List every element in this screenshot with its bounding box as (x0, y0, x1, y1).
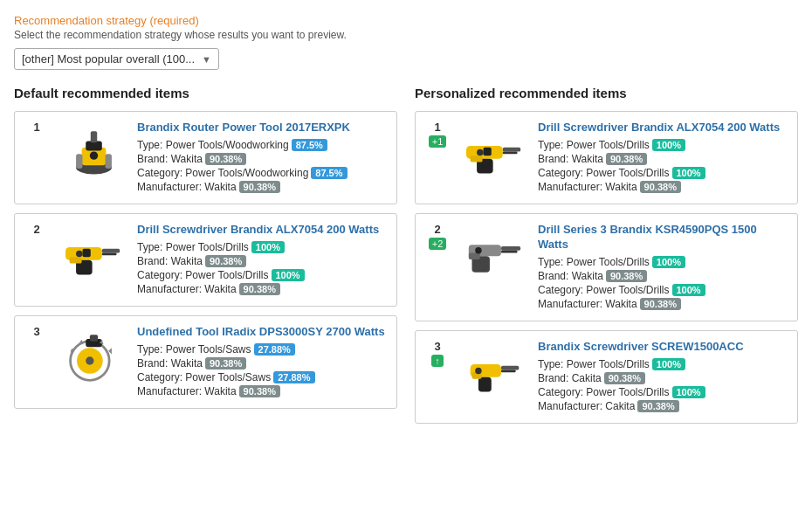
item-image (459, 121, 529, 182)
item-attribute: Category: Power Tools/Drills100% (538, 284, 788, 296)
strategy-section: Recommendation strategy (required) Selec… (14, 14, 798, 70)
default-section: Default recommended items 1 Brandix Rout… (14, 86, 397, 432)
attribute-badge: 100% (672, 386, 705, 398)
item-attribute: Category: Power Tools/Saws27.88% (137, 371, 388, 383)
attribute-badge: 27.88% (254, 343, 295, 356)
item-rank-badge: 2+2 (424, 223, 451, 250)
item-card: 2 Drill Screwdriver Brandix ALX7054 200 … (14, 213, 397, 307)
svg-point-16 (86, 357, 93, 365)
item-attribute: Brand: Cakita90.38% (538, 372, 788, 384)
item-rank-badge: 1+1 (424, 121, 451, 148)
attribute-badge: 87.5% (311, 167, 347, 179)
attribute-badge: 90.38% (239, 385, 280, 397)
item-rank-badge: 1 (24, 121, 50, 134)
dropdown-value: [other] Most popular overall (100... (22, 52, 195, 66)
svg-rect-37 (500, 366, 518, 370)
rank-change-badge: +1 (429, 135, 447, 148)
item-info: Drill Screwdriver Brandix ALX7054 200 Wa… (538, 121, 788, 195)
item-attribute: Brand: Wakita90.38% (538, 153, 788, 165)
item-attribute: Category: Power Tools/Woodworking87.5% (137, 167, 388, 179)
item-attribute: Manufacturer: Cakita90.38% (538, 400, 788, 412)
attribute-badge: 100% (251, 241, 285, 253)
item-card: 1 Brandix Router Power Tool 2017ERXPKTyp… (14, 111, 397, 204)
svg-rect-34 (468, 253, 479, 259)
item-name[interactable]: Drill Series 3 Brandix KSR4590PQS 1500 W… (538, 223, 788, 252)
attribute-badge: 100% (672, 284, 705, 296)
svg-rect-25 (502, 151, 517, 154)
item-attribute: Category: Power Tools/Drills100% (538, 386, 788, 398)
item-card: 2+2 Drill Series 3 Brandix KSR4590PQS 15… (415, 213, 798, 321)
svg-rect-11 (69, 258, 81, 264)
item-attribute: Manufacturer: Wakita90.38% (137, 181, 388, 193)
attribute-badge: 90.38% (239, 181, 280, 193)
item-attribute: Type: Power Tools/Drills100% (538, 139, 788, 151)
item-attribute: Type: Power Tools/Drills100% (137, 241, 388, 253)
rank-number: 1 (33, 121, 39, 134)
personalized-section-title: Personalized recommended items (415, 86, 798, 100)
item-name[interactable]: Brandix Router Power Tool 2017ERXPK (137, 121, 388, 135)
item-name[interactable]: Drill Screwdriver Brandix ALX7054 200 Wa… (137, 223, 388, 238)
svg-rect-13 (82, 249, 90, 257)
item-image (58, 325, 128, 386)
svg-rect-18 (89, 335, 97, 342)
attribute-badge: 90.38% (205, 255, 246, 267)
item-card: 3 Undefined Tool IRadix DPS3000SY 2700 W… (14, 315, 397, 409)
item-name[interactable]: Undefined Tool IRadix DPS3000SY 2700 Wat… (137, 325, 388, 340)
default-section-title: Default recommended items (14, 86, 397, 100)
attribute-badge: 90.38% (606, 270, 647, 282)
attribute-badge: 90.38% (205, 357, 246, 370)
item-name[interactable]: Drill Screwdriver Brandix ALX7054 200 Wa… (538, 121, 788, 135)
svg-point-4 (89, 151, 97, 159)
rank-number: 3 (434, 340, 440, 353)
rank-number: 3 (33, 325, 39, 338)
personalized-section: Personalized recommended items 1+1 Drill… (415, 86, 798, 432)
item-image (58, 223, 128, 284)
item-card: 1+1 Drill Screwdriver Brandix ALX7054 20… (415, 111, 798, 204)
item-name[interactable]: Brandix Screwdriver SCREW1500ACC (538, 340, 788, 355)
svg-rect-3 (90, 131, 96, 142)
item-rank-badge: 3 (24, 325, 50, 338)
rank-number: 1 (434, 121, 440, 134)
svg-rect-6 (105, 154, 111, 169)
svg-point-28 (477, 148, 483, 155)
svg-point-12 (76, 251, 82, 257)
attribute-badge: 90.38% (640, 181, 681, 193)
attribute-badge: 90.38% (239, 283, 280, 295)
item-attribute: Brand: Wakita90.38% (137, 153, 388, 165)
item-attribute: Category: Power Tools/Drills100% (137, 269, 388, 281)
item-rank-badge: 2 (24, 223, 50, 236)
item-attribute: Brand: Wakita90.38% (538, 270, 788, 282)
item-image (459, 223, 529, 284)
item-attribute: Manufacturer: Wakita90.38% (538, 181, 788, 193)
rank-change-badge: +2 (429, 238, 447, 250)
attribute-badge: 87.5% (292, 139, 327, 151)
item-info: Drill Series 3 Brandix KSR4590PQS 1500 W… (538, 223, 788, 312)
item-attribute: Type: Power Tools/Woodworking87.5% (137, 139, 388, 151)
svg-point-41 (475, 368, 481, 374)
svg-rect-31 (500, 246, 520, 251)
item-attribute: Category: Power Tools/Drills100% (538, 167, 788, 179)
item-attribute: Manufacturer: Wakita90.38% (538, 298, 788, 310)
item-attribute: Manufacturer: Wakita90.38% (137, 385, 388, 397)
attribute-badge: 90.38% (606, 153, 647, 165)
item-card: 3↑ Brandix Screwdriver SCREW1500ACCType:… (415, 330, 798, 424)
svg-rect-5 (76, 154, 82, 169)
svg-rect-24 (502, 147, 520, 151)
sections-container: Default recommended items 1 Brandix Rout… (14, 86, 798, 432)
attribute-badge: 100% (652, 358, 685, 370)
required-text: (required) (149, 14, 198, 27)
item-info: Drill Screwdriver Brandix ALX7054 200 Wa… (137, 223, 388, 297)
attribute-badge: 90.38% (637, 400, 678, 412)
item-image (58, 121, 128, 182)
svg-rect-38 (500, 370, 515, 373)
strategy-dropdown[interactable]: [other] Most popular overall (100... ▼ (14, 48, 219, 70)
rank-number: 2 (434, 223, 440, 236)
svg-rect-32 (500, 251, 517, 253)
item-rank-badge: 3↑ (424, 340, 451, 367)
attribute-badge: 90.38% (640, 298, 681, 310)
attribute-badge: 100% (652, 256, 685, 268)
attribute-badge: 90.38% (205, 153, 246, 165)
strategy-description: Select the recommendation strategy whose… (14, 29, 798, 41)
svg-rect-8 (101, 249, 119, 253)
attribute-badge: 27.88% (273, 371, 314, 383)
